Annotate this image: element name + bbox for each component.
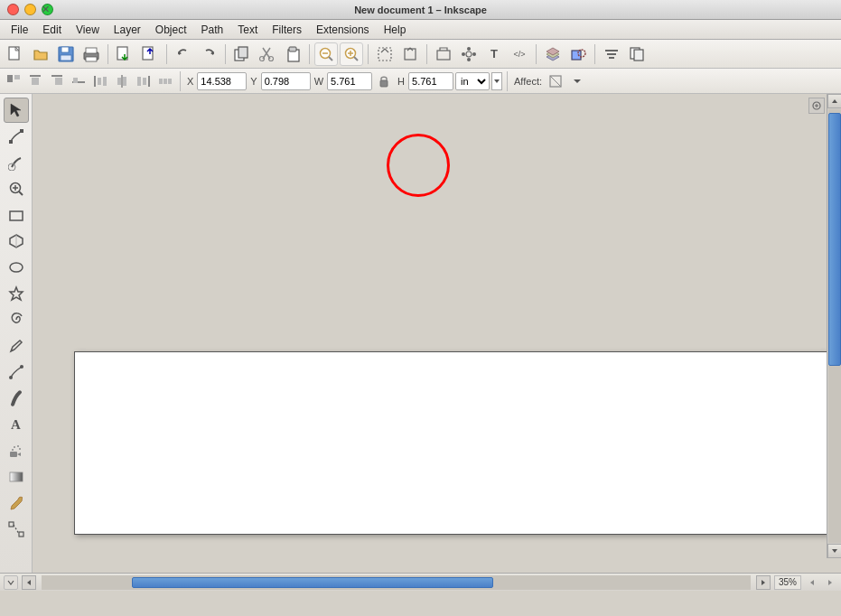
x-input[interactable] xyxy=(197,72,247,90)
gradient-tool-btn[interactable] xyxy=(4,464,29,490)
vertical-scrollbar[interactable] xyxy=(827,94,841,558)
menu-edit[interactable]: Edit xyxy=(35,22,69,38)
dist-eq-btn[interactable] xyxy=(155,71,175,91)
circle-tool-btn[interactable] xyxy=(4,255,29,280)
lock-proportions-btn[interactable] xyxy=(374,71,394,91)
3d-box-tool-btn[interactable] xyxy=(4,229,29,254)
tool-controls-bar: X Y W H in px mm cm pt Affect: xyxy=(0,69,841,94)
svg-point-78 xyxy=(12,449,14,451)
pencil-tool-btn[interactable] xyxy=(4,333,29,359)
new-button[interactable] xyxy=(4,42,27,66)
zoom-fit-sel-button[interactable] xyxy=(373,42,397,66)
svg-rect-3 xyxy=(61,55,71,61)
align-bl-btn[interactable] xyxy=(69,71,89,91)
prev-page-btn[interactable] xyxy=(805,575,819,590)
copy-button[interactable] xyxy=(230,42,254,66)
separator-tc-1 xyxy=(180,71,181,91)
pen-tool-btn[interactable] xyxy=(4,359,29,385)
eyedropper-tool-btn[interactable] xyxy=(4,490,29,516)
zoom-in-button[interactable] xyxy=(340,42,363,66)
paste-button[interactable] xyxy=(281,42,304,66)
svg-rect-34 xyxy=(609,57,614,59)
svg-rect-79 xyxy=(10,472,23,481)
affect-btn[interactable] xyxy=(546,71,565,91)
transform-button[interactable] xyxy=(432,42,455,66)
svg-rect-5 xyxy=(86,48,97,53)
fill-stroke-button[interactable] xyxy=(566,42,590,66)
w-input[interactable] xyxy=(327,72,372,90)
svg-rect-81 xyxy=(19,532,23,537)
unit-select[interactable]: in px mm cm pt xyxy=(455,72,490,90)
select-tool-btn[interactable] xyxy=(4,98,29,123)
tweak-tool-btn[interactable] xyxy=(4,150,29,175)
svg-rect-80 xyxy=(9,522,14,527)
main-toolbar: T </> xyxy=(0,40,841,69)
vertical-scroll-thumb[interactable] xyxy=(828,113,841,366)
import-button[interactable] xyxy=(113,42,136,66)
h-input[interactable] xyxy=(408,72,453,90)
calligraphy-tool-btn[interactable] xyxy=(4,386,29,411)
horizontal-scroll-container[interactable] xyxy=(42,575,751,590)
svg-rect-51 xyxy=(148,76,150,87)
undo-button[interactable] xyxy=(172,42,195,66)
dist-r-btn[interactable] xyxy=(134,71,154,91)
scroll-down-button[interactable] xyxy=(827,544,842,558)
svg-rect-32 xyxy=(605,50,618,51)
open-button[interactable] xyxy=(29,42,52,66)
menu-layer[interactable]: Layer xyxy=(107,22,148,38)
next-page-btn[interactable] xyxy=(823,575,837,590)
svg-point-77 xyxy=(19,448,21,450)
rect-tool-btn[interactable] xyxy=(4,202,29,228)
vertical-scroll-track[interactable] xyxy=(828,109,841,543)
scroll-up-button[interactable] xyxy=(827,94,842,108)
paste-in-place-button[interactable] xyxy=(625,42,649,66)
horizontal-scroll-thumb[interactable] xyxy=(132,577,493,588)
xml-editor-button[interactable]: </> xyxy=(508,42,531,66)
cut-button[interactable] xyxy=(256,42,279,66)
menu-help[interactable]: Help xyxy=(377,22,414,38)
align-tr-btn[interactable] xyxy=(47,71,67,91)
menu-path[interactable]: Path xyxy=(194,22,231,38)
horizontal-scroll-track[interactable] xyxy=(42,577,751,588)
text-tool-btn[interactable]: A xyxy=(4,412,29,437)
svg-rect-8 xyxy=(143,47,153,60)
redo-button[interactable] xyxy=(197,42,220,66)
separator-1 xyxy=(107,44,108,64)
align-tl-btn[interactable] xyxy=(4,71,23,91)
menu-extensions[interactable]: Extensions xyxy=(309,22,377,38)
menu-view[interactable]: View xyxy=(69,22,107,38)
close-button[interactable] xyxy=(7,4,19,15)
affect-dropdown[interactable] xyxy=(567,71,587,91)
scroll-left-button[interactable] xyxy=(22,575,36,590)
text-tool-toolbar[interactable]: T xyxy=(482,42,506,66)
layers-button[interactable] xyxy=(541,42,565,66)
spray-tool-btn[interactable] xyxy=(4,438,29,463)
star-tool-btn[interactable] xyxy=(4,281,29,306)
status-expand-btn[interactable] xyxy=(4,575,18,590)
canvas-area[interactable] xyxy=(33,94,841,573)
menu-object[interactable]: Object xyxy=(148,22,194,38)
y-input[interactable] xyxy=(261,72,311,90)
menu-file[interactable]: File xyxy=(4,22,35,38)
dist-c-btn[interactable] xyxy=(112,71,132,91)
save-button[interactable] xyxy=(54,42,78,66)
unit-dropdown-arrow[interactable] xyxy=(491,72,502,90)
svg-line-17 xyxy=(329,57,332,61)
menu-filters[interactable]: Filters xyxy=(265,22,309,38)
zoom-corner-button[interactable] xyxy=(808,98,825,114)
connector-tool-btn[interactable] xyxy=(4,517,29,542)
align-tc-btn[interactable] xyxy=(25,71,45,91)
node-edit-tool-btn[interactable] xyxy=(4,124,29,149)
zoom-tool-btn[interactable] xyxy=(4,176,29,201)
nodes-button[interactable] xyxy=(457,42,481,66)
align-button[interactable] xyxy=(600,42,623,66)
scroll-right-button[interactable] xyxy=(756,575,771,590)
print-button[interactable] xyxy=(79,42,103,66)
zoom-out-button[interactable] xyxy=(314,42,338,66)
export-button[interactable] xyxy=(138,42,162,66)
spiral-tool-btn[interactable] xyxy=(4,307,29,332)
zoom-fit-draw-button[interactable] xyxy=(398,42,422,66)
dist-l-btn[interactable] xyxy=(90,71,110,91)
menu-text[interactable]: Text xyxy=(230,22,265,38)
minimize-button[interactable] xyxy=(24,4,36,15)
